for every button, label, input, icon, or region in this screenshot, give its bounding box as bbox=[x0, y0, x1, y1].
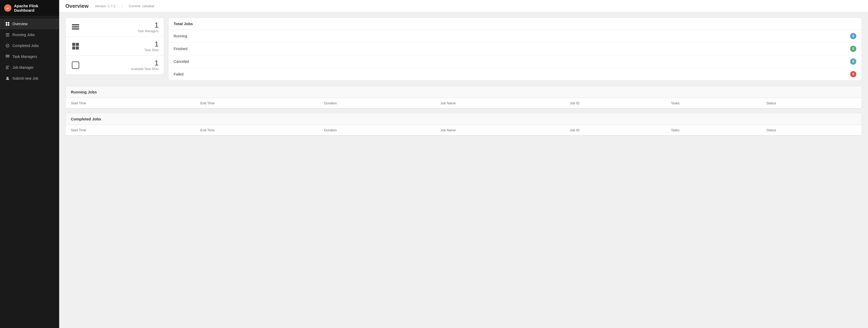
task-slots-number: 1 bbox=[144, 40, 159, 48]
col-tasks: Tasks bbox=[666, 98, 761, 108]
task-slots-stat-icon bbox=[71, 41, 80, 51]
task-slots-value-block: 1 Task Slots bbox=[144, 40, 159, 52]
task-managers-label: Task Managers bbox=[137, 29, 159, 33]
running-jobs-header-row: Start Time End Time Duration Job Name Jo… bbox=[66, 98, 862, 108]
task-managers-icon bbox=[5, 54, 10, 59]
stat-task-slots: 1 Task Slots bbox=[66, 37, 164, 56]
completed-jobs-header-row: Start Time End Time Duration Job Name Jo… bbox=[66, 125, 862, 135]
finished-count: 0 bbox=[850, 46, 856, 52]
completed-jobs-table: Start Time End Time Duration Job Name Jo… bbox=[66, 125, 862, 135]
version-label: Version: 1.7.2 bbox=[95, 4, 116, 8]
stat-task-managers: 1 Task Managers bbox=[66, 18, 164, 37]
svg-rect-26 bbox=[76, 46, 79, 50]
sidebar-item-submit-job-label: Submit new Job bbox=[12, 76, 38, 80]
job-status-failed: Failed 0 bbox=[168, 68, 862, 80]
job-status-canceled: Canceled 0 bbox=[168, 55, 862, 68]
commit-label: Commit: ceba8af bbox=[129, 4, 154, 8]
svg-rect-11 bbox=[7, 55, 8, 56]
failed-label: Failed bbox=[174, 72, 184, 76]
svg-rect-21 bbox=[72, 26, 79, 28]
completed-jobs-icon bbox=[5, 43, 10, 48]
job-manager-icon bbox=[5, 65, 10, 70]
running-count: 0 bbox=[850, 33, 856, 39]
page-title: Overview bbox=[65, 3, 89, 9]
col-job-id-c: Job ID bbox=[564, 125, 666, 135]
completed-jobs-section: Completed Jobs Start Time End Time Durat… bbox=[65, 113, 862, 136]
svg-rect-13 bbox=[6, 56, 7, 57]
running-jobs-section-header: Running Jobs bbox=[66, 86, 862, 98]
stats-row: 1 Task Managers 1 bbox=[65, 18, 862, 81]
svg-rect-25 bbox=[72, 46, 75, 50]
sidebar: AF Apache Flink Dashboard Overview bbox=[0, 0, 59, 328]
col-status-c: Status bbox=[761, 125, 862, 135]
svg-rect-16 bbox=[6, 66, 9, 66]
task-managers-stat-icon bbox=[71, 23, 80, 32]
canceled-label: Canceled bbox=[174, 59, 189, 64]
svg-rect-24 bbox=[76, 43, 79, 46]
task-managers-value-block: 1 Task Managers bbox=[137, 22, 159, 33]
sidebar-item-submit-job[interactable]: Submit new Job bbox=[0, 73, 59, 84]
job-status-finished: Finished 0 bbox=[168, 42, 862, 55]
failed-count: 0 bbox=[850, 71, 856, 77]
available-slots-stat-icon bbox=[71, 61, 80, 70]
col-end-time: End Time bbox=[195, 98, 319, 108]
col-tasks-c: Tasks bbox=[666, 125, 761, 135]
sidebar-item-overview[interactable]: Overview bbox=[0, 19, 59, 29]
svg-rect-7 bbox=[6, 34, 9, 35]
col-job-id: Job ID bbox=[564, 98, 666, 108]
content-area: 1 Task Managers 1 bbox=[59, 12, 868, 145]
sidebar-item-running-jobs-label: Running Jobs bbox=[12, 33, 35, 37]
sidebar-nav: Overview Running Jobs Completed Jobs bbox=[0, 17, 59, 84]
svg-rect-20 bbox=[72, 24, 79, 26]
job-status-running: Running 0 bbox=[168, 30, 862, 42]
svg-rect-18 bbox=[6, 68, 9, 69]
svg-rect-27 bbox=[72, 62, 79, 68]
svg-rect-23 bbox=[72, 43, 75, 46]
col-duration-c: Duration bbox=[319, 125, 435, 135]
running-label: Running bbox=[174, 34, 187, 38]
total-jobs-card: Total Jobs Running 0 Finished 0 Canceled… bbox=[168, 18, 862, 81]
col-job-name-c: Job Name bbox=[435, 125, 564, 135]
stat-available-slots: 1 Available Task Slots bbox=[66, 56, 164, 74]
svg-rect-12 bbox=[8, 55, 9, 56]
topbar: Overview Version: 1.7.2 | Commit: ceba8a… bbox=[59, 0, 868, 12]
sidebar-header: AF Apache Flink Dashboard bbox=[0, 0, 59, 17]
svg-rect-5 bbox=[8, 24, 9, 26]
overview-icon bbox=[5, 22, 10, 26]
running-jobs-table: Start Time End Time Duration Job Name Jo… bbox=[66, 98, 862, 108]
sidebar-item-job-manager[interactable]: Job Manager bbox=[0, 62, 59, 73]
app-logo: AF bbox=[4, 4, 11, 12]
task-managers-number: 1 bbox=[137, 22, 159, 29]
sidebar-item-running-jobs[interactable]: Running Jobs bbox=[0, 29, 59, 40]
svg-rect-15 bbox=[8, 56, 9, 57]
sidebar-item-completed-jobs[interactable]: Completed Jobs bbox=[0, 40, 59, 51]
col-end-time-c: End Time bbox=[195, 125, 319, 135]
task-slots-label: Task Slots bbox=[144, 48, 159, 52]
available-slots-number: 1 bbox=[131, 59, 159, 67]
sidebar-item-task-managers-label: Task Managers bbox=[12, 55, 37, 59]
separator: | bbox=[122, 4, 122, 8]
svg-rect-8 bbox=[6, 36, 9, 36]
submit-job-icon bbox=[5, 76, 10, 81]
svg-rect-4 bbox=[6, 24, 7, 26]
main-content: Overview Version: 1.7.2 | Commit: ceba8a… bbox=[59, 0, 868, 328]
col-start-time-c: Start Time bbox=[66, 125, 195, 135]
completed-jobs-section-header: Completed Jobs bbox=[66, 113, 862, 125]
running-jobs-icon bbox=[5, 32, 10, 37]
app-title: Apache Flink Dashboard bbox=[14, 4, 55, 12]
sidebar-item-task-managers[interactable]: Task Managers bbox=[0, 51, 59, 62]
available-slots-label: Available Task Slots bbox=[131, 67, 159, 71]
svg-rect-22 bbox=[72, 28, 79, 30]
sidebar-item-overview-label: Overview bbox=[12, 22, 28, 26]
col-job-name: Job Name bbox=[435, 98, 564, 108]
stats-card: 1 Task Managers 1 bbox=[65, 18, 164, 75]
col-duration: Duration bbox=[319, 98, 435, 108]
running-jobs-section: Running Jobs Start Time End Time Duratio… bbox=[65, 86, 862, 109]
svg-rect-6 bbox=[6, 33, 9, 34]
sidebar-item-completed-jobs-label: Completed Jobs bbox=[12, 43, 39, 48]
svg-rect-17 bbox=[6, 67, 8, 68]
svg-rect-3 bbox=[8, 22, 9, 24]
svg-rect-14 bbox=[7, 56, 8, 57]
sidebar-item-job-manager-label: Job Manager bbox=[12, 65, 34, 70]
available-slots-value-block: 1 Available Task Slots bbox=[131, 59, 159, 71]
